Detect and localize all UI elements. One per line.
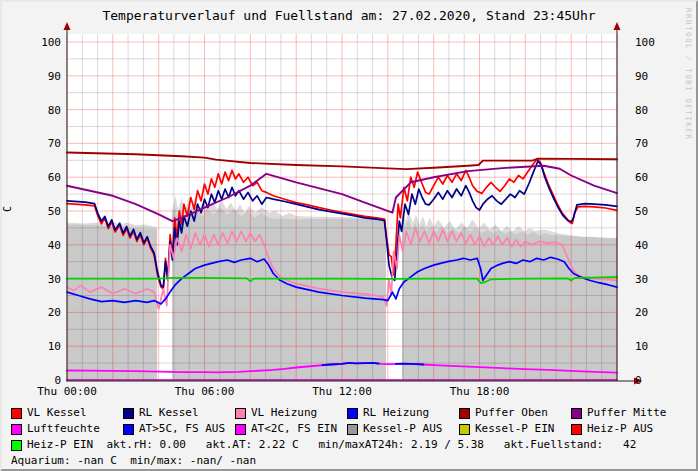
y-tick-label-right: 50 bbox=[635, 205, 648, 218]
y-tick-label-right: 90 bbox=[635, 70, 648, 83]
y-tick-label-left: 70 bbox=[48, 137, 61, 150]
chart-legend: VL KesselRL KesselVL HeizungRL HeizungPu… bbox=[11, 405, 696, 469]
y-tick-label-right: 30 bbox=[635, 273, 648, 286]
legend-label: Heiz-P EIN bbox=[27, 437, 93, 453]
y-tick-label-right: 20 bbox=[635, 306, 648, 319]
legend-item: Heiz-P EIN bbox=[11, 437, 93, 453]
legend-swatch bbox=[11, 408, 22, 419]
y-tick-label-left: 30 bbox=[48, 273, 61, 286]
y-tick-label-right: 70 bbox=[635, 137, 648, 150]
legend-status-text: akt.rH: 0.00 akt.AT: 2.22 C min/maxAT24h… bbox=[93, 437, 636, 453]
legend-status-value: akt.rH: 0.00 akt.AT: 2.22 C min/maxAT24h… bbox=[93, 437, 636, 453]
x-tick-label: Thu 18:00 bbox=[450, 385, 510, 398]
legend-swatch bbox=[235, 408, 246, 419]
legend-item: AT<2C, FS EIN bbox=[235, 421, 347, 437]
legend-swatch bbox=[11, 440, 22, 451]
legend-swatch bbox=[571, 424, 582, 435]
y-tick-label-left: 100 bbox=[41, 36, 61, 49]
legend-item: RL Kessel bbox=[123, 405, 235, 421]
legend-label: Puffer Oben bbox=[475, 405, 548, 421]
y-tick-label-right: 100 bbox=[635, 36, 655, 49]
y-tick-label-right: 80 bbox=[635, 104, 648, 117]
legend-item: RL Heizung bbox=[347, 405, 459, 421]
rrdtool-graph: Temperaturverlauf und Fuellstand am: 27.… bbox=[0, 0, 698, 471]
y-tick-label-right: 40 bbox=[635, 239, 648, 252]
y-tick-label-right: 0 bbox=[635, 374, 642, 387]
y-tick-label-left: 60 bbox=[48, 171, 61, 184]
legend-item: VL Heizung bbox=[235, 405, 347, 421]
legend-label: Luftfeuchte bbox=[27, 421, 100, 437]
legend-item: Kessel-P EIN bbox=[459, 421, 571, 437]
legend-swatch bbox=[347, 408, 358, 419]
y-tick-label-left: 10 bbox=[48, 340, 61, 353]
legend-label: Kessel-P EIN bbox=[475, 421, 554, 437]
legend-row-4: Aquarium: -nan C min/max: -nan/ -nan bbox=[11, 453, 696, 469]
legend-label: VL Kessel bbox=[27, 405, 87, 421]
legend-label: AT>5C, FS AUS bbox=[139, 421, 225, 437]
area-kessel-p-aus bbox=[402, 216, 617, 380]
legend-status-value: Aquarium: -nan C min/max: -nan/ -nan bbox=[11, 453, 256, 469]
y-axis-title: C bbox=[2, 206, 13, 212]
legend-item: Puffer Oben bbox=[459, 405, 571, 421]
x-tick-label: Thu 06:00 bbox=[175, 385, 235, 398]
legend-label: Kessel-P AUS bbox=[363, 421, 442, 437]
x-tick-label: Thu 12:00 bbox=[312, 385, 372, 398]
legend-item: Heiz-P AUS bbox=[571, 421, 683, 437]
legend-label: RL Kessel bbox=[139, 405, 199, 421]
legend-swatch bbox=[347, 424, 358, 435]
y-tick-label-right: 60 bbox=[635, 171, 648, 184]
legend-row-2: LuftfeuchteAT>5C, FS AUSAT<2C, FS EINKes… bbox=[11, 421, 696, 437]
y-tick-label-left: 20 bbox=[48, 306, 61, 319]
legend-label: RL Heizung bbox=[363, 405, 429, 421]
legend-item: Kessel-P AUS bbox=[347, 421, 459, 437]
legend-item: AT>5C, FS AUS bbox=[123, 421, 235, 437]
legend-item: VL Kessel bbox=[11, 405, 123, 421]
legend-swatch bbox=[235, 424, 246, 435]
y-tick-label-left: 90 bbox=[48, 70, 61, 83]
legend-label: Heiz-P AUS bbox=[587, 421, 653, 437]
chart-plot: 0010102020303040405050606070708080909010… bbox=[2, 2, 696, 469]
legend-swatch bbox=[571, 408, 582, 419]
legend-item: Puffer Mitte bbox=[571, 405, 683, 421]
legend-swatch bbox=[11, 424, 22, 435]
y-tick-label-left: 80 bbox=[48, 104, 61, 117]
legend-swatch bbox=[123, 424, 134, 435]
x-tick-label: Thu 00:00 bbox=[37, 385, 97, 398]
y-tick-label-left: 40 bbox=[48, 239, 61, 252]
y-axis-arrow-left bbox=[64, 22, 71, 30]
y-axis-arrow-right bbox=[614, 22, 621, 30]
legend-row-1: VL KesselRL KesselVL HeizungRL HeizungPu… bbox=[11, 405, 696, 421]
legend-swatch bbox=[123, 408, 134, 419]
legend-swatch bbox=[459, 424, 470, 435]
series-at-5c-fs-aus-seg2 bbox=[396, 364, 424, 365]
y-tick-label-right: 10 bbox=[635, 340, 648, 353]
legend-label: Puffer Mitte bbox=[587, 405, 666, 421]
legend-label: AT<2C, FS EIN bbox=[251, 421, 337, 437]
y-tick-label-left: 50 bbox=[48, 205, 61, 218]
legend-status-text: Aquarium: -nan C min/max: -nan/ -nan bbox=[11, 453, 256, 469]
legend-swatch bbox=[459, 408, 470, 419]
legend-item: Luftfeuchte bbox=[11, 421, 123, 437]
legend-label: VL Heizung bbox=[251, 405, 317, 421]
watermark: RRDTOOL / TOBI OETIKER bbox=[684, 8, 693, 140]
legend-row-3: Heiz-P EIN akt.rH: 0.00 akt.AT: 2.22 C m… bbox=[11, 437, 696, 453]
